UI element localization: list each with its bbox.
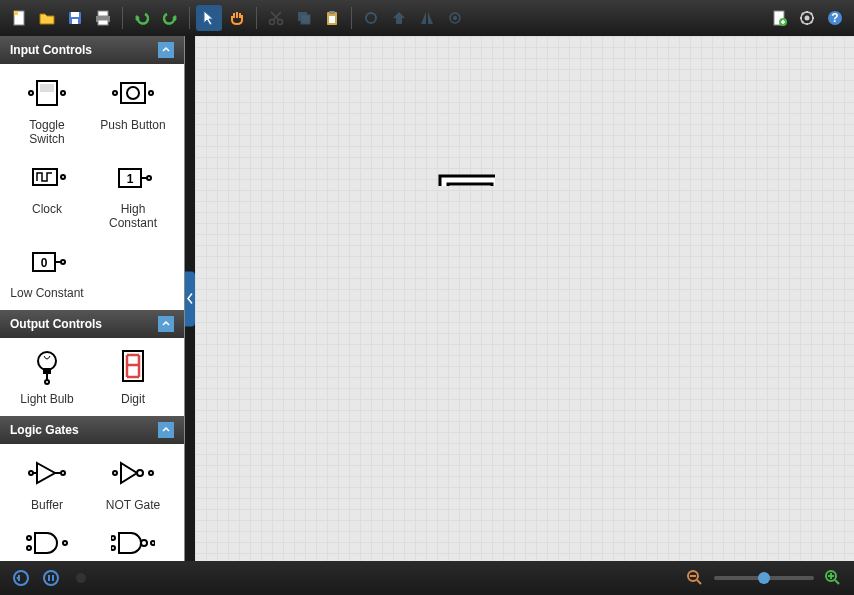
- zoom-slider[interactable]: [714, 576, 814, 580]
- zoom-out-button[interactable]: [684, 567, 706, 589]
- low-const-icon: 0: [25, 242, 69, 280]
- palette-item-push-button[interactable]: Push Button: [92, 70, 174, 150]
- panel-header[interactable]: Output Controls: [0, 310, 184, 338]
- panel-title: Logic Gates: [10, 423, 79, 437]
- open-button[interactable]: [34, 5, 60, 31]
- svg-point-20: [805, 16, 810, 21]
- svg-point-57: [111, 536, 115, 540]
- svg-point-103: [76, 573, 86, 583]
- svg-point-29: [113, 91, 117, 95]
- settings-button[interactable]: [794, 5, 820, 31]
- svg-point-46: [29, 471, 33, 475]
- palette-label: High Constant: [96, 202, 170, 230]
- canvas[interactable]: [195, 36, 854, 561]
- svg-point-16: [453, 16, 457, 20]
- palette-item-toggle-switch[interactable]: Toggle Switch: [6, 70, 88, 150]
- svg-point-44: [45, 380, 49, 384]
- svg-point-53: [27, 536, 31, 540]
- palette-label: Light Bulb: [20, 392, 73, 406]
- svg-rect-24: [40, 84, 54, 92]
- rotate-left-button[interactable]: [358, 5, 384, 31]
- svg-rect-4: [98, 11, 108, 16]
- zoom-in-button[interactable]: [822, 567, 844, 589]
- separator: [122, 7, 123, 29]
- collapse-icon[interactable]: [158, 42, 174, 58]
- svg-point-14: [366, 13, 376, 23]
- svg-point-28: [127, 87, 139, 99]
- palette-label: Digit: [121, 392, 145, 406]
- panel-title: Output Controls: [10, 317, 102, 331]
- step-indicator: [70, 567, 92, 589]
- palette-item-high-const[interactable]: 1High Constant: [92, 154, 174, 234]
- svg-point-55: [63, 541, 67, 545]
- nand-gate-icon: [111, 524, 155, 561]
- buffer-icon: [25, 454, 69, 492]
- svg-point-30: [149, 91, 153, 95]
- svg-point-59: [151, 541, 155, 545]
- palette-item-not-gate[interactable]: NOT Gate: [92, 450, 174, 516]
- palette-item-buffer[interactable]: Buffer: [6, 450, 88, 516]
- rotate-right-button[interactable]: [386, 5, 412, 31]
- svg-point-41: [38, 352, 56, 370]
- svg-rect-12: [329, 11, 335, 14]
- separator: [256, 7, 257, 29]
- panel-body: BufferNOT GateAND GateNAND Gate: [0, 444, 184, 561]
- panel-title: Input Controls: [10, 43, 92, 57]
- pointer-tool[interactable]: [196, 5, 222, 31]
- help-button[interactable]: ?: [822, 5, 848, 31]
- panel-body: Toggle SwitchPush ButtonClock1High Const…: [0, 64, 184, 310]
- svg-point-52: [149, 471, 153, 475]
- svg-rect-102: [52, 575, 54, 581]
- svg-rect-10: [301, 15, 310, 24]
- svg-text:0: 0: [41, 256, 48, 270]
- flip-v-button[interactable]: [442, 5, 468, 31]
- paste-button[interactable]: [319, 5, 345, 31]
- pan-tool[interactable]: [224, 5, 250, 31]
- export-button[interactable]: [766, 5, 792, 31]
- panel-body: Light BulbDigit: [0, 338, 184, 416]
- svg-rect-3: [72, 19, 78, 24]
- circuit-svg: [195, 36, 495, 186]
- save-button[interactable]: [62, 5, 88, 31]
- collapse-icon[interactable]: [158, 316, 174, 332]
- cut-button[interactable]: [263, 5, 289, 31]
- svg-point-100: [44, 571, 58, 585]
- splitter-grip[interactable]: [185, 271, 195, 326]
- toggle-switch-icon: [25, 74, 69, 112]
- svg-point-25: [29, 91, 33, 95]
- push-button-icon: [111, 74, 155, 112]
- svg-rect-2: [71, 12, 79, 17]
- digit-icon: [118, 348, 148, 386]
- undo-button[interactable]: [129, 5, 155, 31]
- separator: [351, 7, 352, 29]
- palette-item-clock[interactable]: Clock: [6, 154, 88, 234]
- bulb-icon: [32, 348, 62, 386]
- palette-item-and-gate[interactable]: AND Gate: [6, 520, 88, 561]
- and-gate-icon: [25, 524, 69, 561]
- toggle-switch[interactable]: [440, 176, 495, 186]
- high-const-icon: 1: [111, 158, 155, 196]
- new-button[interactable]: [6, 5, 32, 31]
- splitter[interactable]: [185, 36, 195, 561]
- copy-button[interactable]: [291, 5, 317, 31]
- palette-label: NOT Gate: [106, 498, 160, 512]
- restart-button[interactable]: [10, 567, 32, 589]
- flip-h-button[interactable]: [414, 5, 440, 31]
- panel-header[interactable]: Input Controls: [0, 36, 184, 64]
- print-button[interactable]: [90, 5, 116, 31]
- svg-point-56: [141, 540, 147, 546]
- redo-button[interactable]: [157, 5, 183, 31]
- palette-item-nand-gate[interactable]: NAND Gate: [92, 520, 174, 561]
- svg-point-35: [147, 176, 151, 180]
- palette-item-low-const[interactable]: 0Low Constant: [6, 238, 88, 304]
- collapse-icon[interactable]: [158, 422, 174, 438]
- palette-item-digit[interactable]: Digit: [92, 344, 174, 410]
- pause-button[interactable]: [40, 567, 62, 589]
- palette-label: Toggle Switch: [10, 118, 84, 146]
- palette-item-bulb[interactable]: Light Bulb: [6, 344, 88, 410]
- panel-header[interactable]: Logic Gates: [0, 416, 184, 444]
- separator: [189, 7, 190, 29]
- svg-rect-13: [329, 16, 335, 23]
- svg-text:?: ?: [831, 11, 838, 25]
- palette-label: Push Button: [100, 118, 165, 132]
